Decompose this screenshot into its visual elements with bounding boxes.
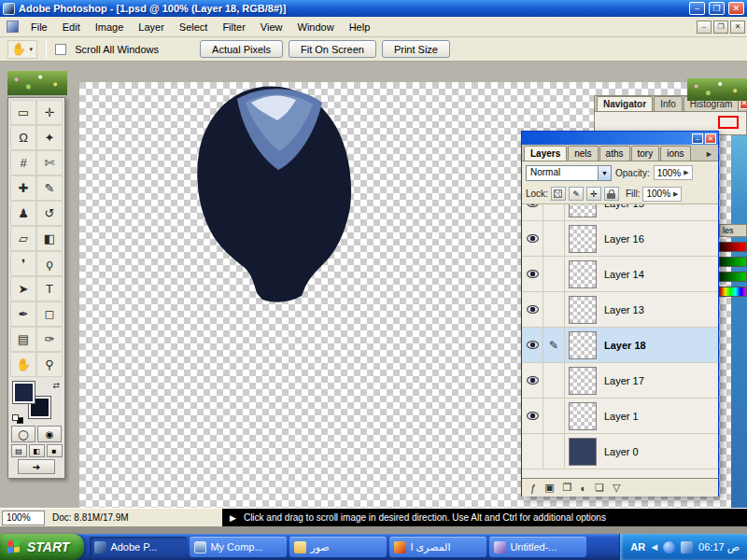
opacity-input[interactable]: 100% ▶ <box>654 165 693 180</box>
shape-tool[interactable]: ◻ <box>36 301 63 327</box>
scroll-all-windows-checkbox[interactable] <box>55 44 66 55</box>
layer-row[interactable]: Layer 1 <box>522 399 718 434</box>
lock-position-button[interactable]: ✛ <box>586 187 601 201</box>
layer-set-icon[interactable]: ❐ <box>563 482 572 494</box>
fit-on-screen-button[interactable]: Fit On Screen <box>289 40 376 58</box>
menu-window[interactable]: Window <box>290 19 342 35</box>
blend-mode-dropdown[interactable]: Normal ▼ <box>526 165 612 181</box>
quick-mask-mode-button[interactable]: ◉ <box>37 426 62 442</box>
zoom-tool[interactable]: ⚲ <box>36 352 63 377</box>
taskbar-button[interactable]: My Comp... <box>190 537 287 557</box>
layer-row[interactable]: Layer 16 <box>522 221 718 257</box>
styles-tab-fragment[interactable]: les <box>719 224 747 237</box>
move-tool[interactable]: ✛ <box>36 100 63 125</box>
tool-preset-picker[interactable]: ✋ ▼ <box>7 40 37 59</box>
green-slider-bar[interactable] <box>719 257 747 267</box>
taskbar-button[interactable]: Untitled-... <box>489 537 586 557</box>
navigator-view-box[interactable] <box>718 116 739 129</box>
palette-menu-icon[interactable]: ► <box>702 147 716 161</box>
delete-layer-icon[interactable]: ▽ <box>613 482 620 494</box>
layer-style-icon[interactable]: ƒ <box>530 483 536 494</box>
layer-thumbnail[interactable] <box>569 402 597 430</box>
actual-pixels-button[interactable]: Actual Pixels <box>200 40 283 58</box>
menu-filter[interactable]: Filter <box>215 19 252 35</box>
menu-file[interactable]: File <box>23 19 55 35</box>
default-colors-icon[interactable] <box>12 414 23 424</box>
foreground-color-swatch[interactable] <box>13 382 35 403</box>
magic-wand-tool[interactable]: ✦ <box>36 125 63 150</box>
pen-tool[interactable]: ✒ <box>10 301 36 327</box>
jump-to-imageready-button[interactable]: ➔ <box>18 459 55 474</box>
hand-tool[interactable]: ✋ <box>10 352 36 377</box>
crop-tool[interactable]: # <box>10 150 36 175</box>
visibility-cell[interactable] <box>522 328 543 362</box>
tray-network-icon[interactable] <box>681 541 693 553</box>
new-layer-icon[interactable]: ❏ <box>595 482 604 494</box>
history-brush-tool[interactable]: ↺ <box>36 201 63 226</box>
document-size-info[interactable]: Doc: 8.81M/17.9M <box>45 512 222 523</box>
slice-tool[interactable]: ✄ <box>36 150 63 175</box>
zoom-level-input[interactable]: 100% <box>2 511 45 525</box>
visibility-cell[interactable] <box>522 399 543 433</box>
visibility-cell[interactable] <box>522 363 543 398</box>
adjustment-layer-icon[interactable]: ◐ <box>580 483 586 494</box>
tab-nels[interactable]: nels <box>568 146 598 161</box>
restore-button[interactable]: ❐ <box>709 2 725 15</box>
eraser-tool[interactable]: ▱ <box>10 226 36 251</box>
layer-thumbnail[interactable] <box>569 331 597 359</box>
type-tool[interactable]: T <box>36 276 63 301</box>
layer-thumbnail[interactable] <box>569 296 597 324</box>
menu-view[interactable]: View <box>253 19 290 35</box>
screen-mode-1-button[interactable]: ◧ <box>29 444 45 457</box>
lock-all-button[interactable] <box>604 187 619 201</box>
visibility-cell[interactable] <box>522 221 543 256</box>
screen-mode-0-button[interactable]: ▤ <box>11 444 27 457</box>
healing-brush-tool[interactable]: ✚ <box>10 175 36 201</box>
menu-edit[interactable]: Edit <box>55 19 88 35</box>
tab-navigator[interactable]: Navigator <box>597 96 653 111</box>
taskbar-button[interactable]: I المصرى <box>389 537 486 557</box>
tab-ions[interactable]: ions <box>660 146 690 161</box>
blue-slider-bar[interactable] <box>719 272 747 282</box>
tray-messenger-icon[interactable] <box>663 541 675 553</box>
layer-thumbnail[interactable] <box>569 367 597 395</box>
start-button[interactable]: START <box>0 534 84 560</box>
print-size-button[interactable]: Print Size <box>382 40 450 58</box>
lasso-tool[interactable]: Ω <box>10 125 36 150</box>
layer-thumbnail[interactable] <box>569 204 597 217</box>
path-selection-tool[interactable]: ➤ <box>10 276 36 301</box>
taskbar-button[interactable]: Adobe P... <box>90 537 187 557</box>
layer-row[interactable]: Layer 14 <box>522 257 718 292</box>
palette-minimize-icon[interactable]: – <box>692 133 703 144</box>
layer-thumbnail[interactable] <box>569 225 597 253</box>
visibility-cell[interactable] <box>522 204 543 220</box>
tab-aths[interactable]: aths <box>599 146 630 161</box>
layer-row[interactable]: ✎Layer 18 <box>522 328 718 363</box>
rectangular-marquee-tool[interactable]: ▭ <box>10 100 36 125</box>
eyedropper-tool[interactable]: ✑ <box>36 327 63 352</box>
visibility-cell[interactable] <box>522 292 543 327</box>
standard-mode-button[interactable]: ◯ <box>11 426 35 442</box>
close-button[interactable]: ✕ <box>728 2 744 15</box>
blur-tool[interactable]: ❜ <box>10 251 36 276</box>
menu-help[interactable]: Help <box>342 19 378 35</box>
brush-tool[interactable]: ✎ <box>36 175 63 201</box>
lock-transparency-button[interactable] <box>551 187 566 201</box>
swap-colors-icon[interactable]: ⇄ <box>52 381 60 390</box>
minimize-button[interactable]: – <box>689 2 705 15</box>
screen-mode-2-button[interactable]: ■ <box>47 444 63 457</box>
menu-select[interactable]: Select <box>172 19 216 35</box>
layer-mask-icon[interactable]: ▣ <box>544 482 554 494</box>
mdi-restore-button[interactable]: ❐ <box>713 21 728 34</box>
palette-close-icon[interactable]: ✕ <box>705 133 716 144</box>
tab-layers[interactable]: Layers <box>524 146 567 161</box>
layer-thumbnail[interactable] <box>569 438 597 466</box>
dodge-tool[interactable]: ϙ <box>36 251 63 276</box>
layers-palette-titlebar[interactable]: – ✕ <box>522 132 718 145</box>
fill-input[interactable]: 100% ▶ <box>642 187 682 202</box>
notes-tool[interactable]: ▤ <box>10 327 36 352</box>
color-ramp-bar[interactable] <box>719 287 747 297</box>
layer-row[interactable]: Layer 17 <box>522 363 718 399</box>
menu-image[interactable]: Image <box>88 19 132 35</box>
red-slider-bar[interactable] <box>719 242 747 252</box>
